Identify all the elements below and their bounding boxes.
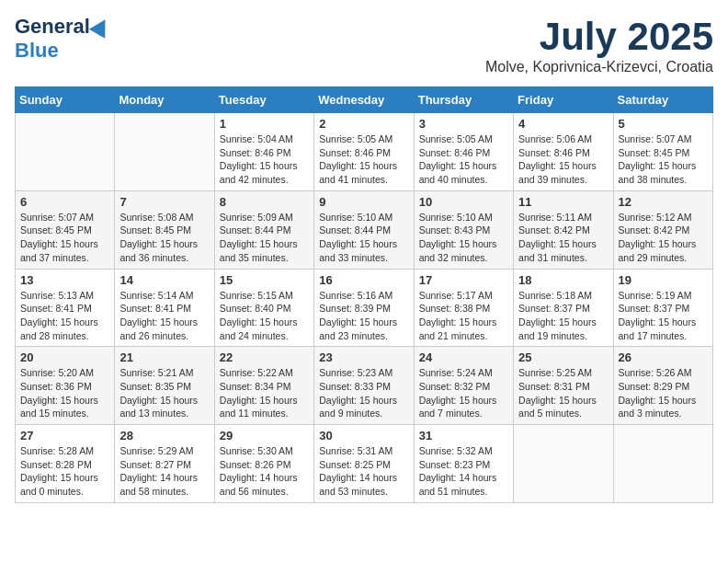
calendar-cell: 24Sunrise: 5:24 AM Sunset: 8:32 PM Dayli… [414, 347, 513, 425]
day-number: 21 [119, 350, 209, 364]
day-number: 11 [518, 195, 608, 209]
day-number: 5 [619, 117, 708, 131]
day-number: 3 [419, 117, 508, 131]
calendar-cell: 5Sunrise: 5:07 AM Sunset: 8:45 PM Daylig… [613, 113, 712, 191]
calendar-cell [16, 113, 115, 191]
calendar-title: July 2025 [485, 15, 713, 59]
day-number: 16 [319, 273, 408, 287]
weekday-header: Monday [115, 87, 214, 113]
day-number: 18 [518, 273, 608, 287]
day-info: Sunrise: 5:07 AM Sunset: 8:45 PM Dayligh… [20, 211, 109, 265]
calendar-table: SundayMondayTuesdayWednesdayThursdayFrid… [15, 86, 713, 503]
calendar-cell: 14Sunrise: 5:14 AM Sunset: 8:41 PM Dayli… [115, 269, 214, 347]
day-info: Sunrise: 5:32 AM Sunset: 8:23 PM Dayligh… [419, 444, 508, 499]
day-number: 2 [319, 117, 408, 131]
calendar-cell: 9Sunrise: 5:10 AM Sunset: 8:44 PM Daylig… [314, 190, 414, 269]
day-number: 13 [20, 273, 109, 287]
calendar-week-row: 27Sunrise: 5:28 AM Sunset: 8:28 PM Dayli… [16, 425, 713, 503]
day-number: 29 [220, 429, 309, 442]
calendar-location: Molve, Koprivnica-Krizevci, Croatia [485, 59, 713, 75]
day-info: Sunrise: 5:08 AM Sunset: 8:45 PM Dayligh… [119, 211, 209, 265]
weekday-header: Thursday [414, 87, 513, 113]
day-number: 28 [119, 429, 209, 442]
calendar-cell: 17Sunrise: 5:17 AM Sunset: 8:38 PM Dayli… [414, 269, 513, 347]
calendar-week-row: 20Sunrise: 5:20 AM Sunset: 8:36 PM Dayli… [16, 347, 713, 425]
page-header: General Blue July 2025 Molve, Koprivnica… [15, 15, 713, 75]
day-info: Sunrise: 5:23 AM Sunset: 8:33 PM Dayligh… [319, 366, 408, 420]
calendar-cell [613, 425, 712, 503]
calendar-cell: 13Sunrise: 5:13 AM Sunset: 8:41 PM Dayli… [16, 269, 115, 347]
day-info: Sunrise: 5:12 AM Sunset: 8:42 PM Dayligh… [619, 211, 708, 265]
calendar-week-row: 1Sunrise: 5:04 AM Sunset: 8:46 PM Daylig… [16, 113, 713, 191]
day-number: 24 [419, 350, 508, 364]
day-info: Sunrise: 5:30 AM Sunset: 8:26 PM Dayligh… [220, 444, 309, 499]
day-number: 4 [518, 117, 608, 131]
weekday-header: Wednesday [314, 87, 414, 113]
day-info: Sunrise: 5:28 AM Sunset: 8:28 PM Dayligh… [20, 444, 109, 499]
logo: General Blue [15, 15, 110, 63]
day-info: Sunrise: 5:06 AM Sunset: 8:46 PM Dayligh… [518, 132, 608, 187]
calendar-cell: 16Sunrise: 5:16 AM Sunset: 8:39 PM Dayli… [314, 269, 414, 347]
day-number: 22 [220, 350, 309, 364]
day-info: Sunrise: 5:15 AM Sunset: 8:40 PM Dayligh… [220, 289, 309, 343]
day-info: Sunrise: 5:10 AM Sunset: 8:43 PM Dayligh… [419, 211, 508, 265]
calendar-cell: 23Sunrise: 5:23 AM Sunset: 8:33 PM Dayli… [314, 347, 414, 425]
calendar-cell: 11Sunrise: 5:11 AM Sunset: 8:42 PM Dayli… [514, 190, 613, 269]
day-info: Sunrise: 5:31 AM Sunset: 8:25 PM Dayligh… [319, 444, 408, 499]
day-number: 9 [319, 195, 408, 209]
calendar-cell: 21Sunrise: 5:21 AM Sunset: 8:35 PM Dayli… [115, 347, 214, 425]
day-number: 12 [619, 195, 708, 209]
day-info: Sunrise: 5:24 AM Sunset: 8:32 PM Dayligh… [419, 366, 508, 420]
weekday-header: Saturday [613, 87, 712, 113]
calendar-cell: 22Sunrise: 5:22 AM Sunset: 8:34 PM Dayli… [214, 347, 313, 425]
day-number: 23 [319, 350, 408, 364]
day-info: Sunrise: 5:04 AM Sunset: 8:46 PM Dayligh… [220, 132, 309, 187]
calendar-cell [514, 425, 613, 503]
day-info: Sunrise: 5:05 AM Sunset: 8:46 PM Dayligh… [419, 132, 508, 187]
day-info: Sunrise: 5:21 AM Sunset: 8:35 PM Dayligh… [119, 366, 209, 420]
logo-blue-text: Blue [15, 39, 59, 63]
day-info: Sunrise: 5:14 AM Sunset: 8:41 PM Dayligh… [119, 289, 209, 343]
day-number: 30 [319, 429, 408, 442]
logo-general-text: General [15, 15, 90, 39]
calendar-cell: 25Sunrise: 5:25 AM Sunset: 8:31 PM Dayli… [514, 347, 613, 425]
calendar-week-row: 6Sunrise: 5:07 AM Sunset: 8:45 PM Daylig… [16, 190, 713, 269]
day-number: 19 [619, 273, 708, 287]
calendar-cell: 3Sunrise: 5:05 AM Sunset: 8:46 PM Daylig… [414, 113, 513, 191]
calendar-cell: 26Sunrise: 5:26 AM Sunset: 8:29 PM Dayli… [613, 347, 712, 425]
day-number: 26 [619, 350, 708, 364]
calendar-cell: 19Sunrise: 5:19 AM Sunset: 8:37 PM Dayli… [613, 269, 712, 347]
calendar-cell: 1Sunrise: 5:04 AM Sunset: 8:46 PM Daylig… [214, 113, 313, 191]
day-number: 8 [220, 195, 309, 209]
day-info: Sunrise: 5:26 AM Sunset: 8:29 PM Dayligh… [619, 366, 708, 420]
day-info: Sunrise: 5:05 AM Sunset: 8:46 PM Dayligh… [319, 132, 408, 187]
calendar-cell: 2Sunrise: 5:05 AM Sunset: 8:46 PM Daylig… [314, 113, 414, 191]
day-info: Sunrise: 5:20 AM Sunset: 8:36 PM Dayligh… [20, 366, 109, 420]
day-number: 31 [419, 429, 508, 442]
day-info: Sunrise: 5:16 AM Sunset: 8:39 PM Dayligh… [319, 289, 408, 343]
calendar-cell: 27Sunrise: 5:28 AM Sunset: 8:28 PM Dayli… [16, 425, 115, 503]
calendar-week-row: 13Sunrise: 5:13 AM Sunset: 8:41 PM Dayli… [16, 269, 713, 347]
day-info: Sunrise: 5:25 AM Sunset: 8:31 PM Dayligh… [518, 366, 608, 420]
calendar-cell: 15Sunrise: 5:15 AM Sunset: 8:40 PM Dayli… [214, 269, 313, 347]
day-number: 6 [20, 195, 109, 209]
calendar-cell: 30Sunrise: 5:31 AM Sunset: 8:25 PM Dayli… [314, 425, 414, 503]
calendar-cell: 20Sunrise: 5:20 AM Sunset: 8:36 PM Dayli… [16, 347, 115, 425]
day-info: Sunrise: 5:10 AM Sunset: 8:44 PM Dayligh… [319, 211, 408, 265]
day-number: 15 [220, 273, 309, 287]
day-number: 27 [20, 429, 109, 442]
calendar-cell: 4Sunrise: 5:06 AM Sunset: 8:46 PM Daylig… [514, 113, 613, 191]
day-info: Sunrise: 5:22 AM Sunset: 8:34 PM Dayligh… [220, 366, 309, 420]
calendar-cell [115, 113, 214, 191]
day-info: Sunrise: 5:11 AM Sunset: 8:42 PM Dayligh… [518, 211, 608, 265]
calendar-cell: 29Sunrise: 5:30 AM Sunset: 8:26 PM Dayli… [214, 425, 313, 503]
calendar-cell: 10Sunrise: 5:10 AM Sunset: 8:43 PM Dayli… [414, 190, 513, 269]
weekday-header: Tuesday [214, 87, 313, 113]
calendar-cell: 31Sunrise: 5:32 AM Sunset: 8:23 PM Dayli… [414, 425, 513, 503]
day-number: 20 [20, 350, 109, 364]
day-info: Sunrise: 5:13 AM Sunset: 8:41 PM Dayligh… [20, 289, 109, 343]
day-info: Sunrise: 5:07 AM Sunset: 8:45 PM Dayligh… [619, 132, 708, 187]
day-info: Sunrise: 5:19 AM Sunset: 8:37 PM Dayligh… [619, 289, 708, 343]
calendar-header-row: SundayMondayTuesdayWednesdayThursdayFrid… [16, 87, 713, 113]
weekday-header: Friday [514, 87, 613, 113]
